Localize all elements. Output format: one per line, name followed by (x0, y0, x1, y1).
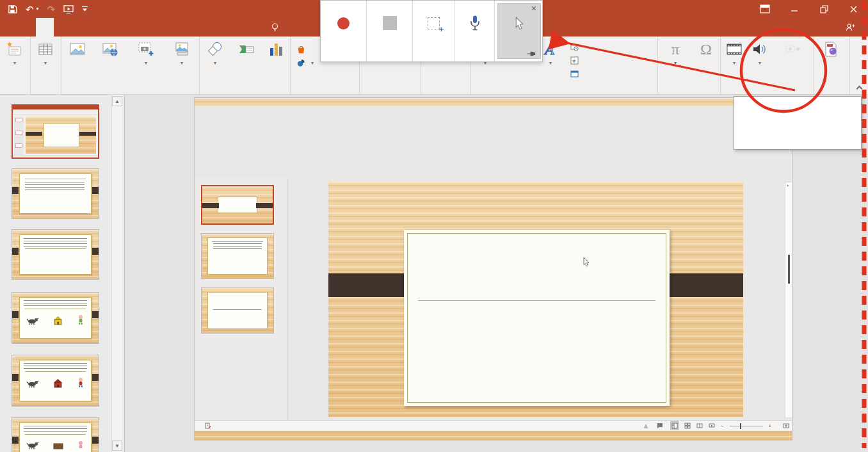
table-icon (37, 40, 54, 59)
insert-media-icon (823, 40, 839, 59)
insert-media-button[interactable] (815, 38, 847, 85)
ribbon-group-media: ▾ ▾ (721, 36, 814, 94)
smartart-button[interactable] (230, 38, 263, 85)
wordart-icon: A (542, 40, 559, 59)
dark-accent-bar-right (659, 273, 743, 297)
slide-thumbnail-1[interactable] (12, 104, 99, 159)
undo-caret-icon[interactable]: ▾ (36, 6, 39, 12)
zoom-slider (730, 426, 763, 426)
screenshot-button[interactable]: ▾ (127, 38, 165, 85)
tab-novapdf[interactable] (179, 18, 197, 36)
minimize-button[interactable] (780, 0, 809, 18)
inner-thumbnail-3 (201, 287, 274, 334)
ribbon-group-tables: ▾ (31, 36, 61, 94)
inner-thumbnail-1 (201, 185, 274, 225)
equation-icon: π (671, 40, 679, 59)
mini-thumb (15, 118, 22, 122)
svg-text:#: # (573, 58, 576, 64)
dark-accent-bar-left (328, 273, 415, 297)
tab-animations[interactable] (90, 18, 108, 36)
tab-insert[interactable] (36, 18, 54, 36)
tab-slide-show[interactable] (108, 18, 125, 36)
mini-thumb-column (14, 117, 24, 155)
thumb-side-tab (12, 437, 19, 444)
thumbnail-scrollbar[interactable]: ▲ ▼ (111, 95, 122, 452)
photo-album-button[interactable]: ▾ (165, 38, 199, 85)
thumb-card (19, 423, 92, 452)
mini-screenshot (13, 106, 98, 157)
store-icon (296, 45, 306, 54)
tab-file[interactable] (0, 18, 18, 36)
collapse-ribbon-icon[interactable] (856, 86, 863, 92)
video-button[interactable]: ▾ (721, 38, 747, 85)
powerpoint-window: ↶▾ ↷ (0, 0, 868, 452)
wolf-clipart (26, 316, 39, 325)
slide-thumbnail-5[interactable] (12, 355, 99, 407)
slide-thumbnail-6[interactable] (12, 417, 99, 452)
chart-icon (268, 40, 284, 59)
save-icon[interactable] (8, 4, 17, 14)
tab-home[interactable] (18, 18, 36, 36)
tab-transitions[interactable] (72, 18, 90, 36)
tab-view[interactable] (143, 18, 161, 36)
mini-dark-bar (79, 132, 96, 136)
tell-me-box[interactable] (270, 18, 284, 36)
inner-thumb-bar (256, 203, 273, 208)
thumb-clipart-row (26, 377, 84, 388)
record-button[interactable] (321, 1, 367, 61)
tab-design[interactable] (54, 18, 72, 36)
tab-review[interactable] (125, 18, 143, 36)
pictures-button[interactable] (62, 38, 93, 85)
audio-button[interactable]: ▾ (747, 38, 773, 85)
date-time-button[interactable] (570, 40, 581, 54)
record-icon (337, 12, 350, 34)
slide-thumbnail-3[interactable] (12, 229, 99, 280)
tab-acrobat[interactable] (197, 18, 215, 36)
wolf-clipart (26, 378, 39, 388)
zoom-slider-thumb (740, 423, 742, 429)
stop-timer-button (367, 1, 413, 61)
straw-house-clipart (53, 316, 63, 325)
audio-toggle-button[interactable] (455, 1, 495, 61)
dropdown-caret: ▾ (549, 61, 552, 65)
thumb-side-tab (92, 187, 99, 194)
toolbar-pin-icon[interactable] (527, 50, 536, 58)
current-slide[interactable]: ▲ (194, 97, 792, 440)
inner-thumbnail-panel (195, 178, 288, 420)
object-icon (570, 70, 579, 78)
scroll-down-icon[interactable]: ▼ (112, 440, 122, 451)
undo-icon[interactable]: ↶ (26, 4, 34, 14)
my-addins-icon (296, 58, 306, 68)
object-button[interactable] (570, 67, 581, 81)
share-button[interactable] (846, 22, 859, 32)
new-slide-button[interactable]: ▾ (1, 38, 29, 85)
ribbon-display-options-icon[interactable] (750, 0, 780, 18)
reading-view-icon (696, 423, 703, 429)
table-button[interactable]: ▾ (31, 38, 60, 85)
brick-house-clipart (53, 441, 63, 449)
shapes-button[interactable]: ▾ (200, 38, 230, 85)
tab-add-ins[interactable] (161, 18, 179, 36)
close-button[interactable] (839, 0, 868, 18)
dropdown-caret: ▾ (759, 61, 761, 65)
restore-button[interactable] (809, 0, 839, 18)
inner-thumb-card (207, 292, 268, 329)
chart-button[interactable] (263, 38, 289, 85)
inner-status-bar: − + (195, 420, 792, 431)
start-slideshow-icon[interactable] (63, 4, 74, 14)
inner-chrome-slot (195, 106, 792, 178)
select-area-button[interactable]: + (413, 1, 455, 61)
thumb-card (19, 360, 92, 401)
pig-clipart (77, 440, 84, 449)
customize-qat-icon[interactable] (82, 6, 88, 12)
inner-thumb-card (207, 238, 268, 275)
slide-thumbnail-4[interactable] (12, 292, 99, 344)
slide-thumbnail-2[interactable] (12, 168, 99, 219)
thumb-side-tab (12, 374, 19, 381)
ribbon-group-symbols: π ▾ Ω (658, 36, 721, 94)
equation-button: π ▾ (659, 38, 692, 85)
slide-number-button[interactable]: # (570, 54, 581, 67)
toolbar-close-icon[interactable]: × (531, 4, 536, 13)
online-pictures-button[interactable] (93, 38, 127, 85)
scroll-up-icon[interactable]: ▲ (112, 96, 122, 106)
